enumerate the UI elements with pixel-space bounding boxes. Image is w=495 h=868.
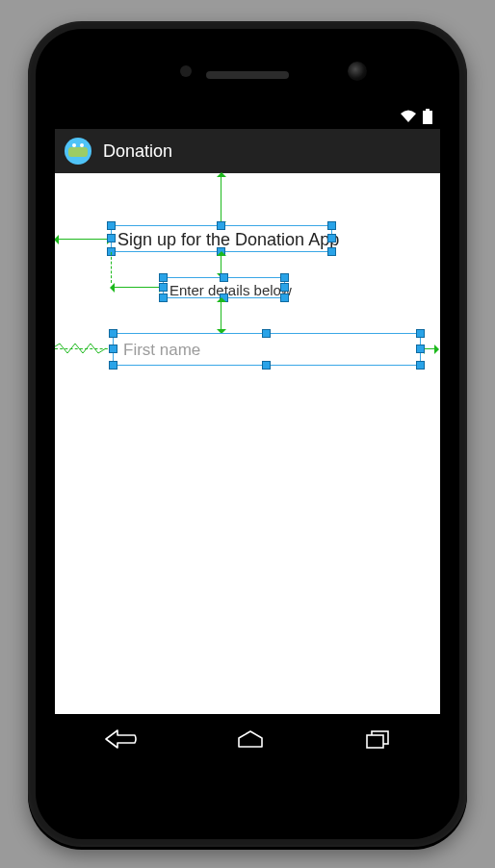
resize-handle[interactable] <box>327 247 336 256</box>
app-icon <box>65 138 91 165</box>
resize-handle[interactable] <box>416 345 425 353</box>
textview-heading[interactable]: Sign up for the Donation App <box>111 225 332 252</box>
device-frame: Donation Sign up for the Donation App <box>28 21 467 847</box>
edittext-first-name[interactable]: First name <box>113 333 421 366</box>
nav-home-icon[interactable] <box>236 729 265 749</box>
nav-back-icon[interactable] <box>104 729 137 749</box>
speaker-grille <box>206 71 289 79</box>
device-screen: Donation Sign up for the Donation App <box>55 104 440 764</box>
device-bezel: Donation Sign up for the Donation App <box>36 29 459 839</box>
resize-handle[interactable] <box>159 294 168 302</box>
svg-rect-1 <box>423 111 432 124</box>
resize-handle[interactable] <box>109 329 117 338</box>
resize-handle[interactable] <box>220 273 228 282</box>
resize-handle[interactable] <box>262 361 271 370</box>
resize-handle[interactable] <box>109 361 117 370</box>
resize-handle[interactable] <box>327 234 336 243</box>
resize-handle[interactable] <box>416 361 425 370</box>
resize-handle[interactable] <box>262 329 271 338</box>
layout-editor-canvas[interactable]: Sign up for the Donation App <box>55 173 440 714</box>
constraint-arrow-vertical <box>221 173 221 225</box>
constraint-arrow-horizontal <box>111 287 163 288</box>
resize-handle[interactable] <box>109 345 117 353</box>
constraint-guide <box>111 252 112 283</box>
resize-handle[interactable] <box>107 221 116 230</box>
action-bar: Donation <box>55 129 440 173</box>
constraint-arrow-vertical <box>221 298 221 333</box>
svg-rect-3 <box>367 735 383 748</box>
resize-handle[interactable] <box>280 283 289 292</box>
edittext-placeholder: First name <box>123 341 200 360</box>
textview-subheading-text: Enter details below <box>169 282 292 298</box>
resize-handle[interactable] <box>280 273 289 282</box>
textview-subheading[interactable]: Enter details below <box>163 277 285 298</box>
status-bar <box>55 104 440 129</box>
proximity-sensor <box>180 65 192 77</box>
battery-icon <box>423 109 432 124</box>
wifi-icon <box>400 110 417 123</box>
constraint-arrow-horizontal <box>55 239 111 240</box>
resize-handle[interactable] <box>159 273 168 282</box>
resize-handle[interactable] <box>107 234 116 243</box>
svg-rect-0 <box>426 109 430 111</box>
textview-heading-text: Sign up for the Donation App <box>117 230 339 250</box>
resize-handle[interactable] <box>217 221 225 230</box>
resize-handle[interactable] <box>327 221 336 230</box>
front-camera <box>348 62 367 81</box>
navigation-bar <box>55 714 440 764</box>
resize-handle[interactable] <box>416 329 425 338</box>
app-title: Donation <box>103 141 172 162</box>
nav-recent-icon[interactable] <box>364 729 391 749</box>
resize-handle[interactable] <box>280 294 289 302</box>
resize-handle[interactable] <box>159 283 168 292</box>
